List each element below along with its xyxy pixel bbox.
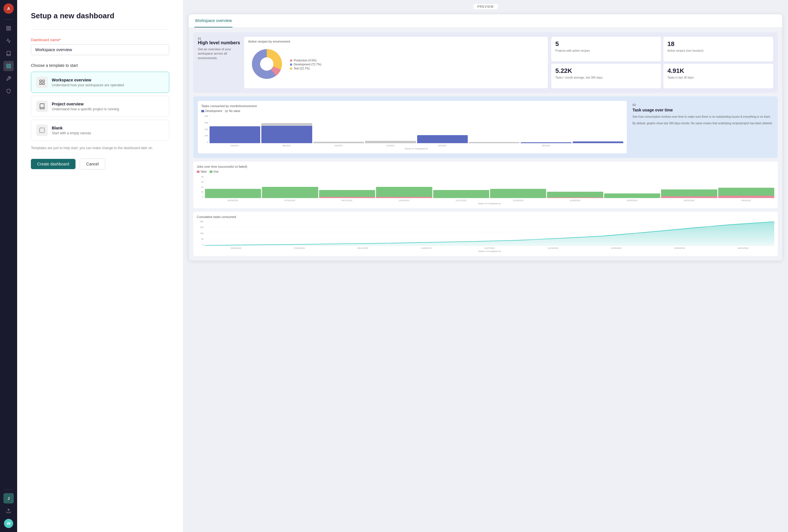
jobs-legend-false: false: [197, 170, 207, 173]
legend-rect-dev: [201, 110, 204, 112]
cumulative-chart: Cumulative tasks consumed 20k15k10k5k0: [193, 212, 778, 256]
preview-tabs: Workspace overview: [189, 14, 782, 28]
dashboard-icon[interactable]: [3, 61, 14, 71]
pie-chart-title: Active recipes by environment: [248, 40, 544, 43]
book-icon[interactable]: [3, 48, 14, 59]
legend-rect-noval: [225, 110, 228, 112]
stat-recipes-label: Active recipes (non function): [667, 49, 769, 53]
sidebar-bottom-divider: [4, 489, 13, 490]
svg-rect-0: [6, 26, 8, 28]
stat-tasks-avg-value: 5.22K: [555, 67, 657, 75]
jobs-chart: Jobs over time (successful vs failed) fa…: [193, 161, 778, 208]
section-number: 01: [198, 37, 241, 40]
svg-point-15: [260, 57, 274, 71]
tab-workspace-overview[interactable]: Workspace overview: [194, 14, 233, 27]
cumulative-svg: [205, 220, 774, 246]
blank-template-desc: Start with a empty canvas: [52, 131, 91, 135]
preview-body: 01 High level numbers Get an overview of…: [189, 28, 782, 261]
jobs-legend-false-rect: [197, 170, 200, 173]
svg-rect-12: [43, 83, 44, 85]
divider: [31, 29, 169, 30]
pie-chart-svg: [248, 45, 285, 83]
form-actions: Create dashboard Cancel: [31, 159, 169, 169]
legend-dot-test: [290, 67, 292, 70]
shield-icon[interactable]: [3, 86, 14, 96]
stat-projects-value: 5: [555, 40, 657, 48]
legend-item-production: Production (4.5%): [290, 59, 321, 62]
stat-tasks-avg-label: Tasks / month average, last 365 days: [555, 76, 657, 79]
section-high-level: 01 High level numbers Get an overview of…: [193, 32, 778, 93]
workspace-template-title: Workspace overview: [52, 78, 124, 82]
stat-tasks-30: 4.91K Tasks in last 30 days: [663, 64, 773, 88]
preview-window: Workspace overview 01 High level numbers…: [189, 14, 782, 261]
legend-development: Development: [201, 109, 222, 112]
jobs-legend-true: true: [210, 170, 218, 173]
section-info: 01 High level numbers Get an overview of…: [198, 37, 241, 88]
layers-icon[interactable]: [3, 23, 14, 34]
page-title: Setup a new dashboard: [31, 12, 169, 20]
svg-rect-13: [40, 128, 45, 133]
dashboard-name-input[interactable]: [31, 44, 169, 55]
legend-item-development: Development (72.7%): [290, 63, 321, 66]
template-project-overview[interactable]: Project overview Understand how a specif…: [31, 96, 169, 117]
export-icon[interactable]: [3, 506, 14, 516]
choose-template-label: Choose a template to start: [31, 63, 169, 68]
left-panel: Setup a new dashboard Dashboard name* Ch…: [17, 0, 183, 532]
section-header: 01 High level numbers Get an overview of…: [198, 37, 773, 88]
task-usage-desc: 02 Task usage over time See how consumpt…: [630, 101, 773, 154]
stat-tasks-30-label: Tasks in last 30 days: [667, 76, 769, 79]
jobs-legend-true-rect: [210, 170, 213, 173]
dashboard-name-label: Dashboard name*: [31, 38, 169, 42]
section-desc: Get an overview of your workspace across…: [198, 47, 241, 60]
section2-title: Task usage over time: [632, 108, 773, 112]
sidebar-divider: [4, 19, 13, 20]
template-blank[interactable]: Blank Start with a empty canvas: [31, 120, 169, 141]
avatar[interactable]: A: [3, 3, 14, 14]
section2-number: 02: [632, 103, 773, 107]
stats-grid: 5 Projects with active recipes 18 Active…: [551, 37, 773, 88]
svg-rect-6: [6, 66, 8, 68]
main-content: Setup a new dashboard Dashboard name* Ch…: [17, 0, 788, 532]
svg-rect-7: [9, 66, 11, 68]
legend-dot-development: [290, 63, 292, 66]
bar-chart-area: Tasks consumed by month/environment Deve…: [198, 101, 627, 154]
svg-rect-5: [9, 64, 11, 65]
create-dashboard-button[interactable]: Create dashboard: [31, 159, 76, 169]
section-title: High level numbers: [198, 40, 241, 45]
project-template-icon: [36, 101, 48, 112]
pie-legend: Production (4.5%) Development (72.7%) Te…: [290, 59, 321, 71]
templates-note: Templates are just to help start, you ca…: [31, 145, 169, 150]
template-workspace-overview[interactable]: Workspace overview Understand how your w…: [31, 72, 169, 93]
project-template-title: Project overview: [52, 102, 119, 106]
sidebar: A J W: [0, 0, 17, 532]
user-bottom-icon[interactable]: J: [3, 493, 14, 504]
legend-item-test: Test (22.7%): [290, 67, 321, 70]
svg-rect-4: [6, 64, 8, 65]
stat-recipes: 18 Active recipes (non function): [663, 37, 773, 61]
blank-template-title: Blank: [52, 126, 91, 130]
cancel-button[interactable]: Cancel: [80, 159, 105, 169]
blank-template-icon: [36, 125, 48, 136]
wrench-icon[interactable]: [3, 74, 14, 84]
project-template-text: Project overview Understand how a specif…: [52, 102, 119, 111]
stat-tasks-avg: 5.22K Tasks / month average, last 365 da…: [551, 64, 661, 88]
chart-bar-icon[interactable]: [3, 36, 14, 46]
legend-dot-production: [290, 59, 292, 62]
cumulative-chart-title: Cumulative tasks consumed: [197, 215, 774, 219]
workspace-template-text: Workspace overview Understand how your w…: [52, 78, 124, 87]
svg-rect-9: [40, 80, 41, 82]
workspace-template-desc: Understand how your workspaces are opera…: [52, 83, 124, 87]
section2-desc1: See how consumption evolves over time to…: [632, 115, 773, 119]
task-usage-cols: Tasks consumed by month/environment Deve…: [198, 101, 773, 154]
workspace-template-icon: [36, 77, 48, 88]
svg-rect-1: [9, 26, 11, 28]
svg-rect-10: [43, 80, 44, 82]
bar-chart-title: Tasks consumed by month/environment: [201, 104, 623, 108]
section2-desc2: By default, graphs show last 360 days tr…: [632, 121, 773, 125]
jobs-chart-legend: false true: [197, 170, 774, 173]
blank-template-text: Blank Start with a empty canvas: [52, 126, 91, 135]
svg-rect-2: [6, 29, 8, 30]
legend-novalue: No value: [225, 109, 240, 112]
bar-chart-legend: Development No value: [201, 109, 623, 112]
stat-tasks-30-value: 4.91K: [667, 67, 769, 75]
